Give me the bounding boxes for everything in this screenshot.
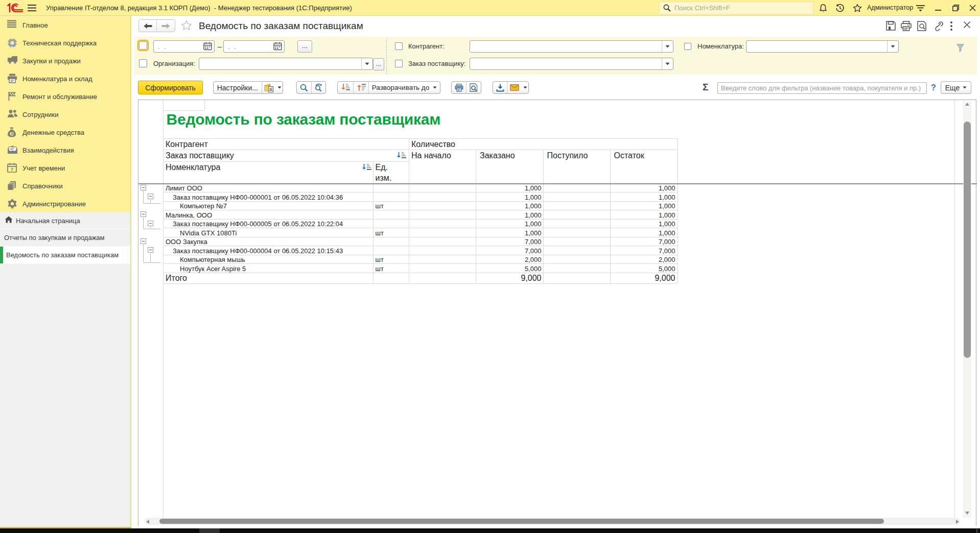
service-menu-icon[interactable]	[916, 4, 925, 13]
autosum-sigma-icon[interactable]: Σ	[703, 82, 708, 93]
organization-more-button[interactable]: ...	[373, 58, 384, 70]
collapse-group-box[interactable]	[141, 238, 146, 244]
sort-icon[interactable]	[396, 152, 407, 159]
calendar-icon[interactable]	[273, 42, 283, 51]
supplier-order-combo[interactable]	[470, 58, 673, 70]
sidebar-item-catalogs[interactable]: Справочники	[0, 177, 130, 195]
organization-combo[interactable]	[199, 58, 373, 70]
favorite-page-star-icon[interactable]	[181, 20, 192, 31]
send-dropdown-arrow-icon[interactable]	[522, 82, 528, 93]
dropdown-arrow-icon[interactable]	[662, 58, 673, 69]
column-header[interactable]: Контрагент	[166, 140, 208, 149]
expand-to-button[interactable]: Разворачивать до	[369, 82, 440, 93]
dropdown-arrow-icon[interactable]	[361, 58, 372, 69]
quick-filter-input[interactable]: Введите слово для фильтра (название това…	[717, 82, 927, 94]
save-icon[interactable]	[886, 21, 896, 31]
organization-checkbox[interactable]	[139, 59, 147, 67]
sidebar-item-nomenclature-warehouse[interactable]: Номенклатура и склад	[0, 70, 130, 88]
sidebar-item-repair-service[interactable]: Ремонт и обслуживание	[0, 88, 130, 106]
help-button[interactable]: ?	[931, 83, 936, 92]
find-next-icon[interactable]	[311, 82, 325, 93]
period-more-button[interactable]: ...	[297, 40, 312, 53]
report-sheet[interactable]: Ведомость по заказам поставщикамКонтраге…	[138, 100, 977, 526]
collapse-group-box[interactable]	[148, 193, 153, 199]
column-header[interactable]: Ед.	[376, 163, 388, 172]
sidebar-item-money[interactable]: Денежные средства	[0, 124, 130, 141]
organization-label: Организация:	[153, 58, 195, 70]
filter-funnel-icon[interactable]	[956, 44, 964, 54]
link-icon[interactable]	[932, 21, 943, 31]
global-search-input[interactable]: Поиск Ctrl+Shift+F	[659, 2, 813, 14]
settings-button[interactable]: Настройки...	[214, 82, 262, 93]
scroll-left-icon[interactable]	[146, 520, 149, 524]
print-report-icon[interactable]	[452, 82, 466, 93]
nomenclature-combo[interactable]	[746, 40, 899, 53]
column-header[interactable]: изм.	[376, 174, 392, 183]
horizontal-scrollbar-thumb[interactable]	[159, 519, 884, 524]
more-actions-icon[interactable]	[950, 21, 954, 31]
sort-descending-icon[interactable]	[338, 82, 353, 93]
vertical-scrollbar-thumb[interactable]	[964, 122, 971, 358]
save-file-icon[interactable]	[493, 82, 507, 93]
collapse-group-box[interactable]	[141, 185, 146, 190]
dropdown-arrow-icon[interactable]	[662, 41, 673, 52]
column-header[interactable]: Заказ поставщику	[166, 151, 234, 160]
scroll-right-icon[interactable]	[956, 520, 959, 524]
sidebar-item-tech-support[interactable]: Техническая поддержка	[0, 34, 130, 52]
forward-button[interactable]	[157, 20, 175, 32]
scroll-down-icon[interactable]	[965, 512, 969, 515]
period-from-input[interactable]: . .	[153, 40, 215, 53]
more-button[interactable]: Еще	[941, 81, 971, 94]
sidebar-tab-report-1[interactable]: Отчеты по закупкам и продажам	[0, 229, 130, 247]
sidebar-tab-home[interactable]: Начальная страница	[0, 212, 130, 229]
column-header[interactable]: На начало	[411, 151, 451, 160]
close-page-icon[interactable]	[963, 21, 973, 31]
group-bracket-line	[150, 253, 151, 262]
collapse-group-box[interactable]	[148, 221, 153, 226]
grid-line	[138, 183, 977, 184]
period-to-input[interactable]: . .	[223, 40, 285, 53]
current-user[interactable]: Администратор	[867, 0, 913, 16]
print-preview-icon[interactable]	[917, 21, 927, 31]
sidebar-tab-report-2[interactable]: Ведомость по заказам поставщикам	[0, 247, 130, 264]
main-menu-icon[interactable]	[28, 4, 36, 12]
notifications-bell-icon[interactable]	[819, 4, 828, 13]
nomenclature-checkbox[interactable]	[684, 43, 691, 50]
sidebar-item-interactions[interactable]: Взаимодействия	[0, 141, 130, 159]
sidebar-item-administration[interactable]: Администрирование	[0, 195, 130, 213]
back-button[interactable]	[139, 20, 157, 32]
calendar-icon[interactable]	[203, 42, 213, 51]
favorites-star-icon[interactable]	[853, 4, 862, 13]
restore-button[interactable]	[950, 0, 961, 16]
column-header[interactable]: Количество	[411, 140, 455, 149]
sidebar-item-time-tracking[interactable]: 7Учет времени	[0, 159, 130, 177]
dropdown-arrow-icon[interactable]	[887, 41, 898, 52]
column-header[interactable]: Номенклатура	[166, 163, 220, 172]
print-icon[interactable]	[901, 21, 911, 31]
supplier-order-checkbox[interactable]	[395, 60, 403, 67]
send-email-icon[interactable]	[507, 82, 522, 93]
sidebar-item-employees[interactable]: Сотрудники	[0, 106, 130, 124]
sidebar-item-purchases-sales[interactable]: Закупки и продажи	[0, 52, 130, 70]
find-icon[interactable]	[297, 82, 311, 93]
catalogs-icon	[7, 181, 17, 191]
sort-ascending-icon[interactable]	[354, 82, 368, 93]
period-checkbox[interactable]	[139, 41, 147, 50]
column-header[interactable]: Остаток	[614, 151, 644, 160]
generate-button[interactable]: Сформировать	[138, 81, 203, 94]
minimize-button[interactable]	[933, 0, 943, 16]
close-window-button[interactable]	[967, 0, 977, 16]
scroll-up-icon[interactable]	[965, 103, 969, 106]
preview-report-icon[interactable]	[466, 82, 481, 93]
sidebar-item-main-menu[interactable]: Главное	[0, 16, 130, 34]
contractor-checkbox[interactable]	[395, 42, 403, 50]
history-icon[interactable]	[835, 4, 845, 13]
report-variants-icon[interactable]	[262, 82, 276, 93]
settings-dropdown-arrow-icon[interactable]	[276, 82, 283, 93]
collapse-group-box[interactable]	[141, 211, 146, 217]
contractor-combo[interactable]	[470, 40, 673, 53]
sort-icon[interactable]	[362, 163, 372, 171]
column-header[interactable]: Поступило	[547, 151, 588, 160]
column-header[interactable]: Заказано	[480, 151, 515, 160]
collapse-group-box[interactable]	[148, 247, 153, 253]
